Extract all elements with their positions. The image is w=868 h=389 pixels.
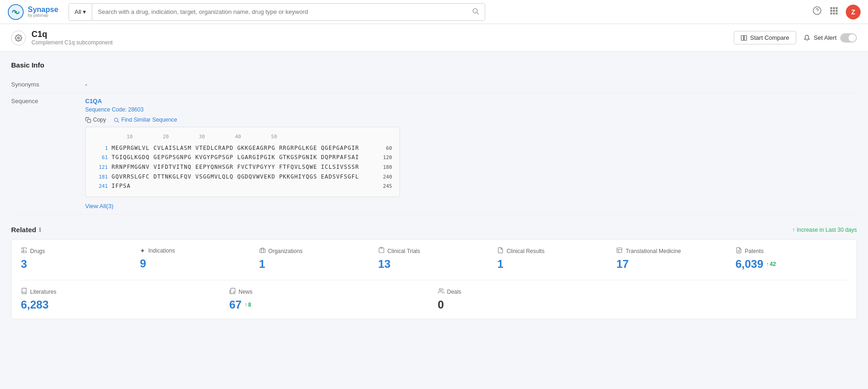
svg-rect-10 [833,10,835,12]
svg-rect-18 [87,119,91,122]
search-filter-dropdown[interactable]: All ▾ [69,4,92,20]
seq-row-1: 1 MEGPRGWLVL CVLAISLASM VTEDLCRAPD GKKGE… [93,143,392,153]
toggle-knob [849,34,856,42]
seq-row-3: 121 RRNPFMGGNV VIFDTVITNQ EEPYQNHSGR FVC… [93,162,392,172]
translational-medicine-count: 17 [616,258,728,271]
svg-rect-7 [833,7,835,9]
ruler-50: 50 [256,133,292,142]
clinical-results-header: Clinical Results [497,247,609,255]
related-item-translational-medicine[interactable]: Translational Medicine 17 [616,247,728,271]
sequence-code-value: 28603 [128,106,144,113]
related-grid-row1: Drugs 3 ✦ Indications 9 [21,247,847,271]
row-divider [21,280,847,280]
clinical-trials-icon [378,247,385,255]
related-item-drugs[interactable]: Drugs 3 [21,247,132,271]
seq-start-1: 1 [93,144,112,153]
seq-start-2: 61 [93,154,112,162]
svg-rect-11 [836,10,837,12]
sequence-name: C1QA [85,98,400,105]
news-increase: ↑ 8 [244,302,251,308]
patents-increase: ↑ 42 [766,261,776,267]
logo-text: Synapse by patsnap [28,6,58,18]
search-button[interactable] [466,7,485,16]
indications-count: 9 [140,257,251,270]
find-similar-label: Find Similar Sequence [121,117,177,123]
page-header-left: C1q Complement C1q subcomponent [11,30,112,46]
sequence-label-text: Sequence [11,98,85,105]
clinical-trials-label: Clinical Trials [387,248,420,254]
seq-row-5: 241 IFPSA 245 [93,181,392,191]
news-icon [229,288,236,296]
literatures-label: Literatures [30,289,56,295]
help-button[interactable] [812,6,822,18]
search-icon [472,7,479,15]
drugs-icon [21,247,27,255]
start-compare-button[interactable]: Start Compare [734,31,796,44]
alert-icon [804,35,810,41]
increase-label-text: Increase in Last 30 days [797,227,857,233]
related-item-deals[interactable]: Deals 0 [438,288,639,311]
svg-point-2 [473,9,477,13]
organizations-header: Organizations [259,247,371,255]
patents-icon [736,247,742,255]
news-header: News [229,288,430,296]
copy-button[interactable]: Copy [85,117,106,123]
seq-start-5: 241 [93,182,112,191]
main-header: Synapse by patsnap All ▾ [0,0,868,24]
svg-point-1 [14,11,17,13]
deals-label: Deals [447,289,462,295]
literatures-icon [21,288,27,296]
svg-rect-9 [831,10,832,12]
synonyms-value: - [85,81,87,88]
user-avatar[interactable]: Z [846,5,861,19]
related-item-news[interactable]: News 67 ↑ 8 [229,288,430,311]
copy-icon [85,117,91,123]
news-increase-value: 8 [248,302,251,308]
organizations-label: Organizations [269,248,303,254]
related-item-indications[interactable]: ✦ Indications 9 [140,247,251,271]
seq-end-3: 180 [379,163,392,172]
related-item-organizations[interactable]: Organizations 1 [259,247,371,271]
related-item-patents[interactable]: Patents 6,039 ↑ 42 [736,247,847,271]
page-title: C1q [31,30,112,39]
seq-end-5: 245 [379,182,392,191]
sequence-content: C1QA Sequence Code: 28603 Copy [85,98,400,210]
seq-content-4: GQVRRSLGFC DTTNKGLFQV VSGGMVLQLQ QGDQVWV… [112,172,379,181]
sequence-box: 10 20 30 40 50 1 MEGPRGWLVL CVLAISLASM V… [85,127,400,197]
ruler-40: 40 [220,133,256,142]
svg-rect-22 [381,247,382,248]
ruler-20: 20 [148,133,184,142]
svg-rect-21 [260,249,265,253]
svg-point-28 [439,289,441,291]
related-help-icon[interactable]: ℹ [39,227,41,233]
svg-rect-12 [831,12,832,14]
alert-toggle[interactable] [840,33,857,43]
settings-button[interactable] [11,31,26,45]
chevron-down-icon: ▾ [83,8,86,15]
related-title-text: Related [11,226,36,234]
svg-rect-16 [741,35,743,40]
organizations-icon [259,247,266,255]
find-similar-button[interactable]: Find Similar Sequence [113,117,177,123]
svg-rect-23 [617,248,622,253]
search-input[interactable] [92,4,466,20]
clinical-results-count: 1 [497,258,609,271]
seq-content-5: IFPSA [112,181,379,191]
seq-content-1: MEGPRGWLVL CVLAISLASM VTEDLCRAPD GKKGEAG… [112,143,382,153]
seq-end-2: 120 [379,154,392,162]
related-item-clinical-trials[interactable]: Clinical Trials 13 [378,247,490,271]
related-item-clinical-results[interactable]: Clinical Results 1 [497,247,609,271]
organizations-count: 1 [259,258,371,271]
svg-rect-17 [744,35,747,40]
basic-info-title: Basic Info [11,61,857,69]
view-all-link[interactable]: View All(3) [85,203,113,210]
sequence-actions: Copy Find Similar Sequence [85,117,400,123]
related-item-literatures[interactable]: Literatures 6,283 [21,288,222,311]
translational-medicine-header: Translational Medicine [616,247,728,255]
page-header-actions: Start Compare Set Alert [734,31,857,44]
related-card: Drugs 3 ✦ Indications 9 [11,239,857,319]
logo: Synapse by patsnap [7,4,63,20]
deals-count: 0 [438,298,639,311]
apps-button[interactable] [829,6,838,18]
compare-btn-label: Start Compare [750,34,789,41]
